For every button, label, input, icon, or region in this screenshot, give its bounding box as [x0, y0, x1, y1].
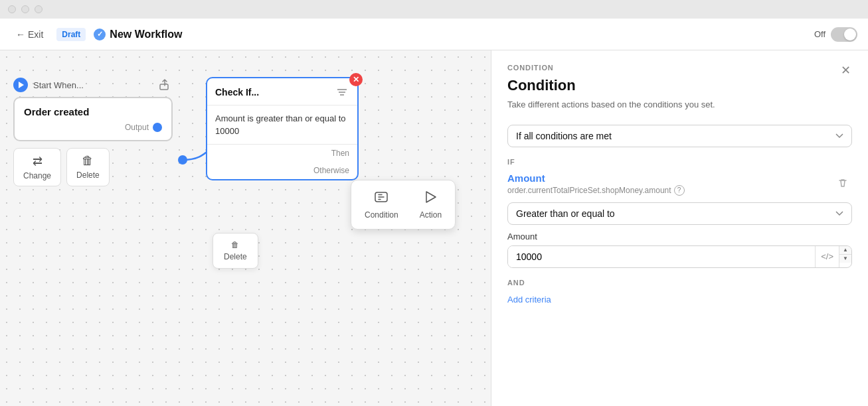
start-node-actions: ⇄ Change 🗑 Delete	[13, 148, 173, 186]
delete-card-label: Delete	[224, 252, 247, 261]
criteria-row: Amount order.currentTotalPriceSet.shopMo…	[507, 172, 852, 196]
play-icon	[13, 78, 28, 92]
exit-button[interactable]: ← Exit	[11, 27, 48, 42]
change-label: Change	[23, 171, 51, 180]
otherwise-row: Otherwise	[207, 162, 357, 179]
svg-marker-6	[426, 192, 436, 202]
svg-point-0	[178, 155, 187, 165]
workflow-name: New Workflow	[110, 29, 182, 40]
all-conditions-select[interactable]: If all conditions are met If any conditi…	[507, 125, 852, 147]
then-label: Then	[331, 149, 349, 158]
action-picker-popup: Condition Action	[351, 180, 456, 230]
panel-section-label: CONDITION	[507, 64, 852, 72]
delete-start-button[interactable]: 🗑 Delete	[66, 148, 110, 186]
titlebar	[0, 0, 868, 19]
remove-then-button[interactable]: ✕	[349, 73, 363, 86]
change-icon: ⇄	[33, 154, 43, 169]
condition-body: Amount is greater than or equal to 10000	[207, 105, 357, 144]
toggle-container: Off	[814, 27, 857, 42]
condition-node: ✕ Check If... Amount is greater than or …	[206, 77, 359, 180]
stepper-up[interactable]: ▲	[839, 246, 851, 254]
traffic-light-close[interactable]	[8, 5, 16, 13]
condition-header: Check If...	[207, 78, 357, 105]
toolbar: ← Exit Draft ✓ New Workflow Off	[0, 19, 868, 50]
export-icon[interactable]	[157, 77, 173, 93]
delete-criteria-button[interactable]	[833, 174, 852, 192]
criteria-path-text: order.currentTotalPriceSet.shopMoney.amo…	[507, 186, 671, 195]
criteria-title: Amount	[507, 172, 827, 184]
panel-description: Take different actions based on the cond…	[507, 98, 852, 111]
then-row: Then	[207, 144, 357, 162]
condition-card: ✕ Check If... Amount is greater than or …	[206, 77, 359, 180]
output-dot	[153, 123, 162, 132]
panel-title: Condition	[507, 77, 852, 94]
condition-title: Check If...	[215, 87, 259, 98]
check-icon: ✓	[94, 29, 106, 40]
picker-condition[interactable]: Condition	[355, 184, 408, 225]
delete-start-icon: 🗑	[82, 154, 94, 168]
code-bracket-icon[interactable]: </>	[821, 251, 833, 261]
condition-picker-icon	[374, 190, 389, 208]
if-label: IF	[507, 158, 852, 166]
info-icon[interactable]: ?	[674, 185, 685, 196]
change-button[interactable]: ⇄ Change	[13, 148, 61, 186]
picker-action-label: Action	[420, 210, 442, 220]
delete-start-label: Delete	[76, 170, 100, 180]
exit-label: Exit	[28, 29, 43, 40]
output-text: Output	[125, 123, 149, 132]
exit-arrow-icon: ←	[16, 29, 25, 40]
input-icons: </>	[815, 246, 839, 267]
right-panel: ✕ CONDITION Condition Take different act…	[491, 50, 868, 406]
delete-card-icon: 🗑	[231, 240, 239, 249]
trigger-label: Order created	[24, 106, 162, 117]
action-picker-icon	[423, 190, 438, 208]
workflow-toggle[interactable]	[831, 27, 857, 42]
add-criteria-button[interactable]: Add criteria	[507, 295, 551, 304]
start-card: Order created Output	[13, 97, 173, 141]
criteria-path: order.currentTotalPriceSet.shopMoney.amo…	[507, 185, 827, 196]
delete-card[interactable]: 🗑 Delete	[213, 233, 258, 269]
toggle-off-label: Off	[814, 29, 825, 39]
value-input[interactable]	[508, 246, 815, 267]
start-header: Start When...	[13, 77, 173, 93]
traffic-light-maximize[interactable]	[35, 5, 43, 13]
draft-badge: Draft	[56, 28, 86, 41]
and-label: AND	[507, 279, 852, 287]
picker-condition-label: Condition	[365, 210, 398, 220]
stepper-down[interactable]: ▼	[839, 255, 851, 263]
close-panel-button[interactable]: ✕	[836, 61, 855, 80]
workflow-canvas: Start When... Order created Output ⇄ Cha…	[0, 50, 491, 406]
toggle-knob	[844, 29, 856, 40]
picker-action[interactable]: Action	[410, 184, 451, 225]
workflow-title: ✓ New Workflow	[94, 29, 182, 40]
value-input-container: </> ▲ ▼	[507, 245, 852, 268]
value-field-label: Amount	[507, 232, 852, 241]
otherwise-label: Otherwise	[313, 166, 349, 175]
operator-select[interactable]: Greater than or equal to Less than Great…	[507, 202, 852, 225]
traffic-light-minimize[interactable]	[21, 5, 29, 13]
criteria-content: Amount order.currentTotalPriceSet.shopMo…	[507, 172, 827, 196]
output-row: Output	[24, 123, 162, 132]
start-node: Start When... Order created Output ⇄ Cha…	[13, 77, 173, 186]
filter-icon[interactable]	[335, 85, 349, 100]
condition-text: Amount is greater than or equal to 10000	[215, 113, 346, 136]
start-label: Start When...	[33, 80, 84, 90]
stepper: ▲ ▼	[839, 246, 851, 267]
svg-rect-1	[160, 84, 168, 90]
